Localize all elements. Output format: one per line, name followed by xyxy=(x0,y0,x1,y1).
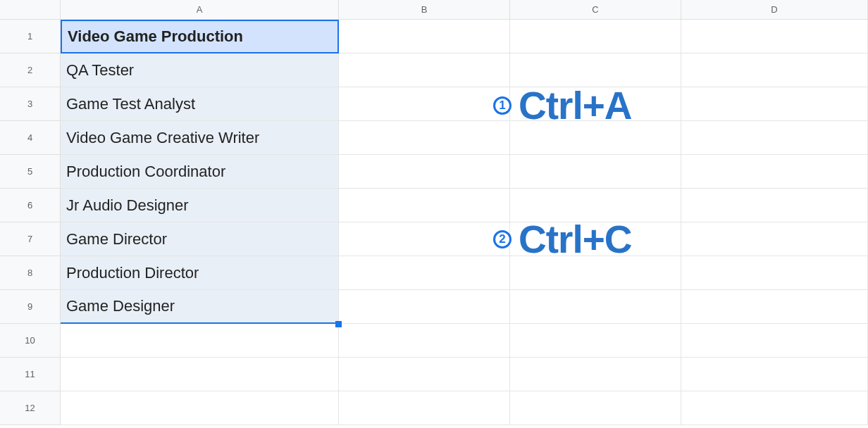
cell-c5[interactable] xyxy=(510,155,681,189)
column-header-c[interactable]: C xyxy=(510,0,681,20)
cell-a2[interactable]: QA Tester xyxy=(61,54,339,87)
row-10: 10 xyxy=(0,324,868,358)
cell-b12[interactable] xyxy=(339,391,510,425)
row-header-10[interactable]: 10 xyxy=(0,324,61,358)
row-9: 9 Game Designer xyxy=(0,290,868,324)
spreadsheet: A B C D 1 Video Game Production 2 QA Tes… xyxy=(0,0,868,428)
row-1: 1 Video Game Production xyxy=(0,20,868,54)
cell-a4[interactable]: Video Game Creative Writer xyxy=(61,121,339,155)
row-header-5[interactable]: 5 xyxy=(0,155,61,189)
cell-a12[interactable] xyxy=(61,391,339,425)
cell-b8[interactable] xyxy=(339,256,510,290)
cell-b2[interactable] xyxy=(339,54,510,87)
cell-d1[interactable] xyxy=(681,20,868,54)
row-header-4[interactable]: 4 xyxy=(0,121,61,155)
cell-c6[interactable] xyxy=(510,189,681,222)
column-header-a[interactable]: A xyxy=(61,0,339,20)
column-header-row: A B C D xyxy=(0,0,868,20)
column-header-b[interactable]: B xyxy=(339,0,510,20)
row-3: 3 Game Test Analyst xyxy=(0,87,868,121)
cell-b11[interactable] xyxy=(339,358,510,391)
cell-a5[interactable]: Production Coordinator xyxy=(61,155,339,189)
cell-d12[interactable] xyxy=(681,391,868,425)
column-header-d[interactable]: D xyxy=(681,0,868,20)
row-2: 2 QA Tester xyxy=(0,54,868,87)
cell-b7[interactable] xyxy=(339,222,510,256)
cell-c11[interactable] xyxy=(510,358,681,391)
cell-b3[interactable] xyxy=(339,87,510,121)
cell-b1[interactable] xyxy=(339,20,510,54)
cell-d2[interactable] xyxy=(681,54,868,87)
cell-d6[interactable] xyxy=(681,189,868,222)
cell-d4[interactable] xyxy=(681,121,868,155)
row-4: 4 Video Game Creative Writer xyxy=(0,121,868,155)
row-6: 6 Jr Audio Designer xyxy=(0,189,868,222)
cell-d7[interactable] xyxy=(681,222,868,256)
cell-a3[interactable]: Game Test Analyst xyxy=(61,87,339,121)
row-8: 8 Production Director xyxy=(0,256,868,290)
cell-b5[interactable] xyxy=(339,155,510,189)
cell-d10[interactable] xyxy=(681,324,868,358)
cell-d8[interactable] xyxy=(681,256,868,290)
cell-c1[interactable] xyxy=(510,20,681,54)
cell-a11[interactable] xyxy=(61,358,339,391)
cell-a7[interactable]: Game Director xyxy=(61,222,339,256)
cell-c2[interactable] xyxy=(510,54,681,87)
row-7: 7 Game Director xyxy=(0,222,868,256)
cell-a1[interactable]: Video Game Production xyxy=(61,20,339,54)
cell-d11[interactable] xyxy=(681,358,868,391)
cell-d9[interactable] xyxy=(681,290,868,324)
row-5: 5 Production Coordinator xyxy=(0,155,868,189)
row-header-8[interactable]: 8 xyxy=(0,256,61,290)
row-11: 11 xyxy=(0,358,868,391)
row-header-3[interactable]: 3 xyxy=(0,87,61,121)
cell-d5[interactable] xyxy=(681,155,868,189)
cell-d3[interactable] xyxy=(681,87,868,121)
cell-a10[interactable] xyxy=(61,324,339,358)
row-header-2[interactable]: 2 xyxy=(0,54,61,87)
cell-a9[interactable]: Game Designer xyxy=(61,290,339,324)
cell-c3[interactable] xyxy=(510,87,681,121)
row-header-12[interactable]: 12 xyxy=(0,391,61,425)
cell-c9[interactable] xyxy=(510,290,681,324)
row-header-6[interactable]: 6 xyxy=(0,189,61,222)
select-all-corner[interactable] xyxy=(0,0,61,20)
cell-c7[interactable] xyxy=(510,222,681,256)
cell-c4[interactable] xyxy=(510,121,681,155)
cell-c12[interactable] xyxy=(510,391,681,425)
cell-c8[interactable] xyxy=(510,256,681,290)
row-header-9[interactable]: 9 xyxy=(0,290,61,324)
cell-a6[interactable]: Jr Audio Designer xyxy=(61,189,339,222)
selection-fill-handle[interactable] xyxy=(335,321,342,327)
cell-b10[interactable] xyxy=(339,324,510,358)
row-12: 12 xyxy=(0,391,868,425)
cell-b9[interactable] xyxy=(339,290,510,324)
row-header-11[interactable]: 11 xyxy=(0,358,61,391)
row-header-1[interactable]: 1 xyxy=(0,20,61,54)
cell-b4[interactable] xyxy=(339,121,510,155)
cell-b6[interactable] xyxy=(339,189,510,222)
row-header-7[interactable]: 7 xyxy=(0,222,61,256)
cell-a8[interactable]: Production Director xyxy=(61,256,339,290)
cell-c10[interactable] xyxy=(510,324,681,358)
